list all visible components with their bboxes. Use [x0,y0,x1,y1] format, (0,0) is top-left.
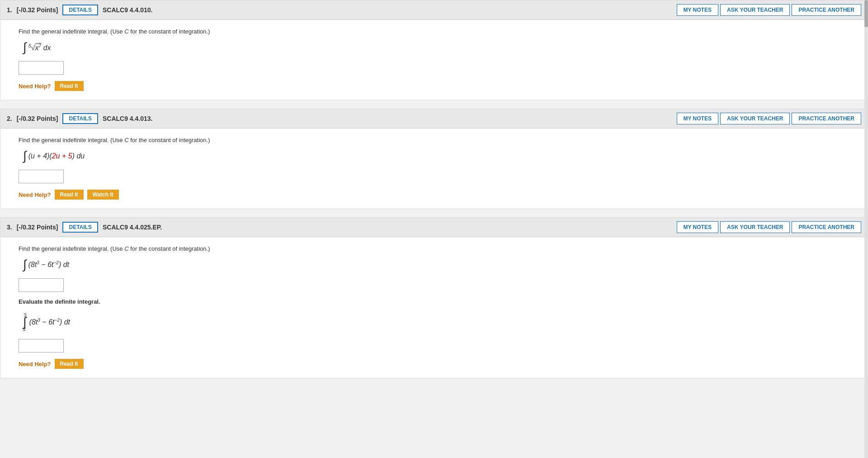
problem-2-points: [-/0.32 Points] [17,115,58,122]
scrollbar-thumb[interactable] [864,0,868,27]
problem-2-practice-another-button[interactable]: PRACTICE ANOTHER [792,113,861,124]
problem-1-need-help-label: Need Help? [19,83,51,90]
problem-2-answer-input[interactable] [19,170,64,183]
problem-1-my-notes-button[interactable]: MY NOTES [677,4,718,16]
problem-3-read-it-button[interactable]: Read It [55,359,84,369]
problem-1-header-buttons: MY NOTES ASK YOUR TEACHER PRACTICE ANOTH… [677,4,862,16]
problem-3-ask-teacher-button[interactable]: ASK YOUR TEACHER [720,221,790,233]
problem-2-math: ∫ (u + 4)(2u + 5) du [23,150,849,162]
problem-1-ask-teacher-button[interactable]: ASK YOUR TEACHER [720,4,790,16]
problem-3-math-definite: 3 ∫ 2 (8t3 − 6t−2) dt [23,310,849,332]
problem-2-watch-it-button[interactable]: Watch It [87,190,119,200]
math-expr-2: (u + 4)(2u + 5) du [28,152,85,160]
problem-2-ask-teacher-button[interactable]: ASK YOUR TEACHER [720,113,790,124]
problem-3-need-help: Need Help? Read It [19,359,849,369]
problem-1-points: [-/0.32 Points] [17,6,58,14]
math-expr-3: (8t3 − 6t−2) dt [28,260,69,269]
problem-3-evaluate-label: Evaluate the definite integral. [19,298,849,305]
problem-2-header-buttons: MY NOTES ASK YOUR TEACHER PRACTICE ANOTH… [677,113,862,124]
problem-1-need-help: Need Help? Read It [19,81,849,91]
problem-3-need-help-label: Need Help? [19,361,51,367]
problem-1-instruction: Find the general indefinite integral. (U… [19,28,849,35]
problem-2-instruction: Find the general indefinite integral. (U… [19,137,849,143]
math-expr-3b: (8t3 − 6t−2) dt [29,318,70,326]
problem-3-points: [-/0.32 Points] [17,224,58,231]
problem-3: 3. [-/0.32 Points] DETAILS SCALC9 4.4.02… [0,217,868,378]
problem-1-math: ∫ 5√x7 dx [23,41,849,54]
problem-2-body: Find the general indefinite integral. (U… [0,129,868,209]
integral-sign-2: ∫ [23,150,27,162]
problem-3-details-button[interactable]: DETAILS [62,222,98,233]
problem-3-header-buttons: MY NOTES ASK YOUR TEACHER PRACTICE ANOTH… [677,221,862,233]
problem-3-math-indefinite: ∫ (8t3 − 6t−2) dt [23,258,849,271]
problem-1-code: SCALC9 4.4.010. [103,6,672,14]
problem-3-instruction: Find the general indefinite integral. (U… [19,245,849,252]
problem-3-my-notes-button[interactable]: MY NOTES [677,221,718,233]
problem-2: 2. [-/0.32 Points] DETAILS SCALC9 4.4.01… [0,109,868,209]
problem-2-my-notes-button[interactable]: MY NOTES [677,113,718,124]
problem-1-practice-another-button[interactable]: PRACTICE ANOTHER [792,4,861,16]
problem-3-body: Find the general indefinite integral. (U… [0,237,868,378]
problem-2-details-button[interactable]: DETAILS [62,113,98,124]
integral-sign-1: ∫ [23,41,27,54]
problem-3-answer-input-definite[interactable] [19,339,64,353]
integral-sign-3: ∫ [23,258,27,271]
problem-3-practice-another-button[interactable]: PRACTICE ANOTHER [792,221,861,233]
scrollbar-track [864,0,868,386]
problem-1-number: 1. [7,6,12,14]
problem-2-need-help: Need Help? Read It Watch It [19,190,849,200]
problem-1-read-it-button[interactable]: Read It [55,81,84,91]
problem-3-code: SCALC9 4.4.025.EP. [103,224,672,231]
problem-2-need-help-label: Need Help? [19,191,51,198]
problem-2-header: 2. [-/0.32 Points] DETAILS SCALC9 4.4.01… [0,109,868,129]
problem-1: 1. [-/0.32 Points] DETAILS SCALC9 4.4.01… [0,0,868,100]
problem-3-number: 3. [7,224,12,231]
problem-2-read-it-button[interactable]: Read It [55,190,84,200]
problem-1-header: 1. [-/0.32 Points] DETAILS SCALC9 4.4.01… [0,0,868,20]
problem-3-answer-input-indefinite[interactable] [19,278,64,292]
problem-3-header: 3. [-/0.32 Points] DETAILS SCALC9 4.4.02… [0,218,868,237]
math-expr-1: 5√x7 dx [28,43,51,52]
problem-2-number: 2. [7,115,12,122]
lower-limit: 2 [23,327,26,332]
problem-1-body: Find the general indefinite integral. (U… [0,20,868,100]
problem-2-code: SCALC9 4.4.013. [103,115,672,122]
problem-1-details-button[interactable]: DETAILS [62,5,98,15]
problem-1-answer-input[interactable] [19,61,64,75]
